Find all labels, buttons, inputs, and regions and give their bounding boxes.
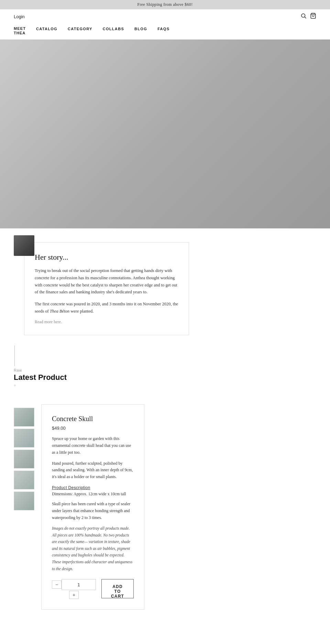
product-thumbnail-5[interactable] — [14, 492, 34, 510]
quantity-minus-button[interactable]: − — [52, 580, 62, 589]
navigation: MEET THEA CATALOG CATEGORY COLLABS BLOG … — [0, 24, 330, 39]
hero-image — [0, 39, 330, 228]
product-thumb-image-1 — [14, 408, 34, 426]
quantity-plus-button[interactable]: + — [69, 591, 79, 599]
search-icon[interactable] — [300, 13, 307, 20]
quantity-plus-row: + — [69, 591, 79, 599]
latest-raw-label: Raw — [14, 368, 316, 372]
quantity-control: − + — [52, 579, 96, 599]
svg-line-1 — [305, 17, 306, 18]
story-paragraph-2: The first concrete was poured in 2020, a… — [35, 301, 178, 315]
nav-item-meet-thea[interactable]: MEET THEA — [14, 26, 26, 35]
product-thumbnail-4[interactable] — [14, 471, 34, 489]
product-thumbnail-1[interactable] — [14, 408, 34, 427]
product-thumbnails — [14, 408, 34, 510]
login-link[interactable]: Login — [14, 14, 25, 19]
story-paragraph-2-suffix: were planted. — [69, 309, 94, 314]
story-card: Her story... Trying to break out of the … — [24, 242, 189, 335]
product-sealer-text: Skull piece has been cured with a type o… — [52, 501, 134, 521]
story-avatar — [14, 235, 34, 256]
latest-section: Raw Latest Product ○ — [0, 346, 330, 404]
story-read-more-link[interactable]: Read more here. — [35, 319, 178, 325]
story-title: Her story... — [35, 253, 178, 262]
nav-item-catalog[interactable]: CATALOG — [36, 26, 57, 31]
header-icons — [300, 13, 316, 20]
nav-item-category[interactable]: CATEGORY — [68, 26, 92, 31]
product-thumb-image-2 — [14, 429, 34, 447]
nav-item-collabs[interactable]: COLLABS — [103, 26, 124, 31]
latest-divider — [14, 346, 15, 366]
svg-point-0 — [301, 14, 305, 18]
story-paragraph-1: Trying to break out of the social percep… — [35, 267, 178, 296]
product-price: $49.00 — [52, 426, 134, 431]
add-to-cart-button[interactable]: ADD TO CART — [101, 579, 134, 598]
story-brand-name: Thea Béton — [50, 309, 69, 314]
latest-product-title: Latest Product — [14, 373, 316, 382]
header-left: Login — [14, 14, 25, 19]
product-detail-card: Concrete Skull $49.00 Spruce up your hom… — [41, 404, 144, 610]
quantity-row: − — [52, 579, 96, 590]
product-section: Concrete Skull $49.00 Spruce up your hom… — [0, 404, 330, 623]
top-banner: Free Shipping from above $60! — [0, 0, 330, 9]
product-dimensions: Dimensions: Approx. 12cm wide x 10cm tal… — [52, 492, 134, 497]
nav-item-blog[interactable]: BLOG — [134, 26, 147, 31]
cart-icon[interactable] — [310, 13, 316, 20]
product-thumb-image-4 — [14, 471, 34, 489]
story-avatar-image — [14, 235, 34, 256]
story-section: Her story... Trying to break out of the … — [0, 228, 330, 346]
product-description-1: Spruce up your home or garden with this … — [52, 436, 134, 456]
product-thumb-image-5 — [14, 492, 34, 510]
banner-text: Free Shipping from above $60! — [137, 2, 192, 7]
product-thumb-image-3 — [14, 450, 34, 468]
hero-area — [0, 39, 330, 228]
product-handmade-note: Images do not exactly portray all produc… — [52, 525, 134, 572]
quantity-input[interactable] — [62, 579, 96, 590]
product-thumbnail-3[interactable] — [14, 450, 34, 468]
product-actions: − + ADD TO CART — [52, 579, 134, 599]
product-name: Concrete Skull — [52, 415, 134, 423]
product-description-2: Hand poured, further sculpted, polished … — [52, 460, 134, 481]
nav-item-faqs[interactable]: FAQS — [157, 26, 169, 31]
header: Login — [0, 9, 330, 24]
product-description-header: Product Description — [52, 485, 134, 490]
latest-dot: ○ — [14, 383, 316, 387]
product-thumbnail-2[interactable] — [14, 429, 34, 448]
